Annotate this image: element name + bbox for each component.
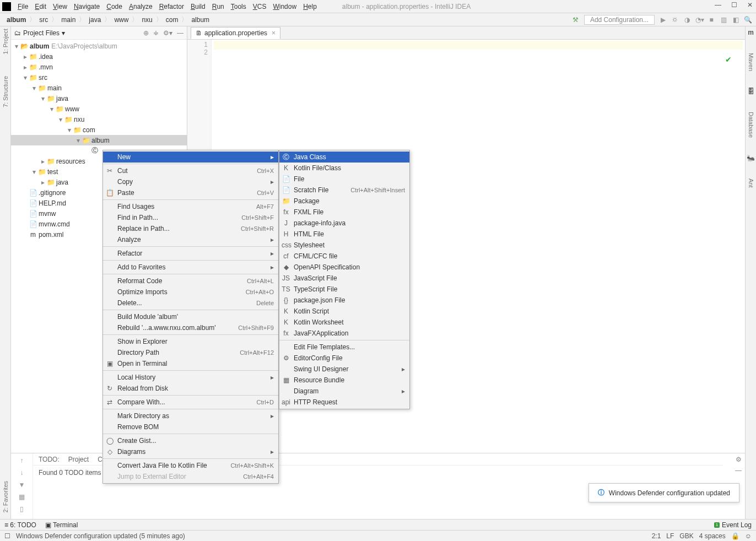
crumb[interactable]: www	[112, 16, 131, 24]
toolwindows-icon[interactable]: ☐	[4, 532, 10, 540]
coverage-icon[interactable]: ◑	[683, 16, 691, 24]
tree-root[interactable]: ▾📂albumE:\JavaProjects\album	[11, 41, 187, 51]
indent-setting[interactable]: 4 spaces	[699, 532, 726, 540]
crumb[interactable]: main	[59, 16, 78, 24]
menu-item[interactable]: Mark Directory as▸	[103, 410, 278, 421]
crumb[interactable]: com	[164, 16, 181, 24]
expand-all-icon[interactable]: ≑	[153, 29, 159, 37]
tree-row[interactable]: ▾📁nxu	[11, 114, 187, 125]
select-target-icon[interactable]: ◧	[732, 16, 739, 24]
menu-item[interactable]: Find in Path...Ctrl+Shift+F	[103, 212, 278, 223]
menu-item[interactable]: Directory PathCtrl+Alt+F12	[103, 347, 278, 358]
menu-item[interactable]: fxFXML File	[279, 207, 409, 218]
menu-item[interactable]: KKotlin File/Class	[279, 163, 409, 174]
profile-icon[interactable]: ◔▾	[695, 16, 703, 24]
debug-icon[interactable]: ⛭	[671, 16, 679, 24]
arrow-down-icon[interactable]: ↓	[20, 469, 24, 477]
tree-row[interactable]: ▾📁www	[11, 104, 187, 114]
layout-icon[interactable]: ▥	[720, 16, 727, 24]
breadcrumb[interactable]: album〉src〉main〉java〉www〉nxu〉com〉album	[4, 15, 212, 24]
tree-row[interactable]: ▾📁src	[11, 72, 187, 83]
tree-row[interactable]: ▾📁com	[11, 125, 187, 135]
menu-item[interactable]: Optimize ImportsCtrl+Alt+O	[103, 286, 278, 297]
menu-item[interactable]: 📄Scratch FileCtrl+Alt+Shift+Insert	[279, 185, 409, 196]
settings-icon[interactable]: ⚙	[736, 456, 742, 463]
menu-item[interactable]: ▣Open in Terminal	[103, 358, 278, 369]
menu-item[interactable]: ↻Reload from Disk	[103, 383, 278, 394]
menu-run[interactable]: Run	[209, 3, 228, 10]
hide-icon[interactable]: —	[735, 467, 742, 474]
preview-icon[interactable]: ▯	[20, 505, 24, 513]
menu-item[interactable]: fxJavaFXApplication	[279, 328, 409, 339]
menu-item[interactable]: ⚙EditorConfig File	[279, 353, 409, 364]
tree-row[interactable]: ▾📁main	[11, 83, 187, 93]
tree-row[interactable]: ▾📁album	[11, 135, 187, 145]
hammer-icon[interactable]: ⚒	[572, 16, 580, 24]
menu-item[interactable]: ◇Diagrams▸	[103, 446, 278, 457]
todo-tool-button[interactable]: ≡ 6: TODO	[4, 521, 36, 529]
menu-item[interactable]: JSJavaScript File	[279, 273, 409, 284]
group-icon[interactable]: ▦	[19, 493, 25, 501]
database-tool-button[interactable]: Database	[748, 112, 754, 138]
menu-code[interactable]: Code	[103, 3, 126, 10]
crumb[interactable]: src	[37, 16, 50, 24]
menu-item[interactable]: cfCFML/CFC file	[279, 251, 409, 262]
inspector-icon[interactable]: ☺	[745, 532, 752, 540]
menu-item[interactable]: Edit File Templates...	[279, 342, 409, 353]
menu-item[interactable]: apiHTTP Request	[279, 397, 409, 408]
hide-icon[interactable]: —	[177, 29, 183, 37]
menu-navigate[interactable]: Navigate	[71, 3, 103, 10]
dropdown-icon[interactable]: ▾	[62, 29, 65, 37]
editor-tab[interactable]: 🗎 application.properties ×	[191, 27, 280, 39]
crumb[interactable]: nxu	[139, 16, 154, 24]
context-menu[interactable]: New▸✂CutCtrl+XCopy▸📋PasteCtrl+VFind Usag…	[102, 150, 279, 484]
menu-item[interactable]: Diagram▸	[279, 386, 409, 397]
menu-item[interactable]: Local History▸	[103, 372, 278, 383]
minimize-icon[interactable]: —	[715, 1, 721, 9]
menu-item[interactable]: ◆OpenAPI Specification	[279, 262, 409, 273]
maximize-icon[interactable]: ☐	[731, 1, 737, 9]
crumb[interactable]: album	[189, 16, 212, 24]
menu-item[interactable]: Jpackage-info.java	[279, 218, 409, 229]
project-view-label[interactable]: Project Files	[23, 29, 60, 37]
structure-tool-button[interactable]: 7: Structure	[2, 76, 9, 107]
menu-item[interactable]: ▦Resource Bundle	[279, 375, 409, 386]
new-submenu[interactable]: ⒸJava ClassKKotlin File/Class📄File📄Scrat…	[279, 150, 410, 409]
menu-item[interactable]: ⇄Compare With...Ctrl+D	[103, 397, 278, 408]
menu-window[interactable]: Window	[269, 3, 300, 10]
menu-item[interactable]: Analyze▸	[103, 234, 278, 245]
menu-item[interactable]: Refactor▸	[103, 248, 278, 259]
menu-item[interactable]: Find UsagesAlt+F7	[103, 201, 278, 212]
menu-item[interactable]: ⒸJava Class	[279, 152, 409, 163]
menu-item[interactable]: KKotlin Script	[279, 306, 409, 317]
menu-vcs[interactable]: VCS	[250, 3, 270, 10]
eventlog-tool-button[interactable]: 1Event Log	[714, 521, 752, 529]
maven-icon[interactable]: m	[748, 29, 754, 36]
menu-item[interactable]: 📄File	[279, 174, 409, 185]
notification-toast[interactable]: ⓘ Windows Defender configuration updated	[588, 483, 739, 502]
menu-item[interactable]: Add to Favorites▸	[103, 262, 278, 273]
arrow-up-icon[interactable]: ↑	[20, 457, 24, 464]
menu-item[interactable]: Rebuild '...a.www.nxu.com.album'Ctrl+Shi…	[103, 322, 278, 333]
run-icon[interactable]: ▶	[659, 16, 667, 24]
database-icon[interactable]: 🗄	[748, 88, 754, 95]
menu-help[interactable]: Help	[300, 3, 320, 10]
menu-item[interactable]: TSTypeScript File	[279, 284, 409, 295]
tree-row[interactable]: ▸📁.idea	[11, 51, 187, 62]
menu-item[interactable]: Jump to External EditorCtrl+Alt+F4	[103, 471, 278, 482]
search-everywhere-icon[interactable]: 🔍	[744, 16, 752, 24]
menu-file[interactable]: File	[14, 3, 31, 10]
menu-item[interactable]: Show in Explorer	[103, 336, 278, 347]
menu-item[interactable]: 📋PasteCtrl+V	[103, 187, 278, 198]
crumb[interactable]: album	[4, 16, 28, 24]
ant-icon[interactable]: 🐜	[747, 154, 755, 162]
menu-tools[interactable]: Tools	[228, 3, 250, 10]
menu-analyze[interactable]: Analyze	[126, 3, 156, 10]
menu-item[interactable]: Delete...Delete	[103, 297, 278, 309]
close-icon[interactable]: ✕	[747, 1, 753, 9]
menu-view[interactable]: View	[50, 3, 71, 10]
menu-item[interactable]: Convert Java File to Kotlin FileCtrl+Alt…	[103, 460, 278, 471]
menu-item[interactable]: HHTML File	[279, 229, 409, 240]
locate-icon[interactable]: ⊕	[143, 29, 149, 37]
ant-tool-button[interactable]: Ant	[748, 178, 754, 188]
